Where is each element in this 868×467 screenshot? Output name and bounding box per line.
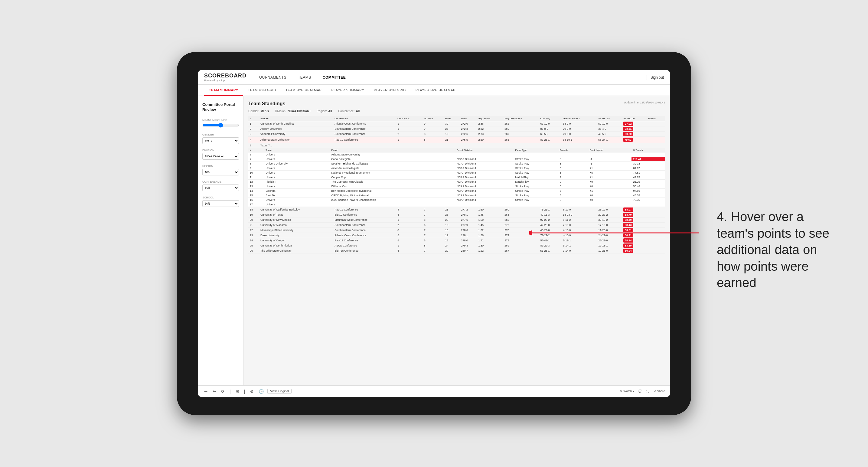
watch-button[interactable]: 👁 Watch ▾ <box>619 390 634 393</box>
table-row[interactable]: 5 Texas T... <box>248 143 665 148</box>
tab-team-h2h-heatmap[interactable]: TEAM H2H HEATMAP <box>281 85 326 96</box>
clock-icon[interactable]: 🕐 <box>257 388 265 395</box>
col-adj-score: Adj. Score <box>477 116 503 121</box>
logo-text: SCOREBOARD <box>204 72 247 79</box>
redo-icon[interactable]: ↪ <box>211 388 217 395</box>
nav-divider: | <box>646 75 648 80</box>
settings-icon[interactable]: ⚙ <box>249 388 255 395</box>
table-row[interactable]: 20University of New MexicoMountain West … <box>248 217 665 223</box>
nav-tournaments[interactable]: TOURNAMENTS <box>255 75 288 80</box>
inner-table-row[interactable]: 12Florida IThe Cypress Point ClassicNCAA… <box>248 180 665 184</box>
table-row[interactable]: 1 University of North Carolina Atlantic … <box>248 121 665 126</box>
inner-table-row[interactable]: 10UniversNational Invitational Tournamen… <box>248 170 665 175</box>
annotation-area: 4. Hover over a team's points to see add… <box>717 209 832 291</box>
bottom-bar: ↩ ↪ ⟳ | ⊞ | ⚙ 🕐 View: Original 👁 Watch ▾… <box>198 385 670 397</box>
table-row[interactable]: 19University of TexasBig 12 Conference37… <box>248 212 665 217</box>
tab-player-h2h-grid[interactable]: PLAYER H2H GRID <box>369 85 411 96</box>
points-badge[interactable]: 93.31 <box>623 127 633 131</box>
sidebar-label-division: Division <box>202 149 239 152</box>
undo-icon[interactable]: ↩ <box>203 388 209 395</box>
inner-table-header: # Team Event Event Division Event Type R… <box>248 148 665 152</box>
tab-team-h2h-grid[interactable]: TEAM H2H GRID <box>243 85 281 96</box>
logo-area: SCOREBOARD Powered by clipp <box>204 72 247 82</box>
gender-select[interactable]: Men's <box>202 137 239 144</box>
col-wins: Wins <box>460 116 477 121</box>
inner-table-row[interactable]: 9UniversAmer An IntercollegiateNCAA Divi… <box>248 166 665 170</box>
sidebar-section-school: School (All) <box>202 196 239 207</box>
col-rnds: Rnds <box>444 116 460 121</box>
region-select[interactable]: N/A <box>202 169 239 176</box>
tab-player-h2h-heatmap[interactable]: PLAYER H2H HEATMAP <box>411 85 460 96</box>
filter-gender: Gender: Men's <box>248 110 269 113</box>
inner-table-row[interactable]: 11UniversCopper CupNCAA Division IMatch … <box>248 175 665 180</box>
points-badge[interactable]: 88.70 <box>623 213 633 217</box>
nav-bar: SCOREBOARD Powered by clipp TOURNAMENTS … <box>198 70 670 85</box>
sidebar-title: Committee Portal Review <box>202 102 239 113</box>
annotation-text: 4. Hover over a team's points to see add… <box>717 209 832 291</box>
table-row[interactable]: 3 Vanderbilt University Southeastern Con… <box>248 131 665 137</box>
col-avg-low: Avg Low Score <box>503 116 539 121</box>
share-button[interactable]: ↗ Share <box>654 390 665 393</box>
col-vs25: Vs Top 25 <box>597 116 622 121</box>
share-icon: ↗ <box>654 390 656 393</box>
eye-icon: 👁 <box>619 390 622 393</box>
points-badge[interactable]: 83.89 <box>623 244 633 248</box>
report-header: Team Standings Update time: 13/03/2024 1… <box>248 101 665 106</box>
table-row-highlighted[interactable]: 4 Arizona State University Pac-12 Confer… <box>248 137 665 143</box>
points-badge[interactable]: 88.49 <box>623 218 633 222</box>
separator-icon: | <box>228 388 232 395</box>
sidebar-label-conference: Conference <box>202 180 239 183</box>
comment-button[interactable]: 💬 <box>639 390 642 393</box>
table-header-row: # School Conference Conf Rank No Tour Rn… <box>248 116 665 121</box>
inner-table-row[interactable]: 8Univers UniversitySouthern Highlands Co… <box>248 161 665 166</box>
inner-table-row[interactable]: 13UniversWilliams CupNCAA Division IStro… <box>248 184 665 189</box>
tab-player-summary[interactable]: PLAYER SUMMARY <box>326 85 369 96</box>
separator2-icon: | <box>243 388 247 395</box>
nav-committee[interactable]: COMMITTEE <box>321 75 347 80</box>
points-badge[interactable]: 80.94 <box>623 249 633 253</box>
school-select[interactable]: (All) <box>202 200 239 207</box>
conference-select[interactable]: (All) <box>202 185 239 191</box>
sidebar-section-region: Region N/A <box>202 164 239 176</box>
table-row[interactable]: 25University of North FloridaASUN Confer… <box>248 243 665 248</box>
nav-links: TOURNAMENTS TEAMS COMMITTEE <box>255 75 643 80</box>
sidebar-section-conference: Conference (All) <box>202 180 239 191</box>
points-badge-highlighted[interactable]: 79.50 <box>623 137 633 142</box>
bottom-left-controls: ↩ ↪ ⟳ | ⊞ | ⚙ 🕐 View: Original <box>203 388 291 395</box>
filter-row: Gender: Men's Division: NCAA Division I … <box>248 110 665 113</box>
division-select[interactable]: NCAA Division I <box>202 153 239 160</box>
col-low-avg: Low Avg <box>539 116 561 121</box>
refresh-icon[interactable]: ⟳ <box>220 388 226 395</box>
table-row[interactable]: 2 Auburn University Southeastern Confere… <box>248 126 665 131</box>
view-original-button[interactable]: View: Original <box>267 389 291 394</box>
points-badge[interactable]: 88.07 <box>623 208 633 212</box>
sidebar-label-school: School <box>202 196 239 199</box>
inner-table-row[interactable]: 6UniversArizona State University <box>248 152 665 157</box>
col-school: School <box>259 116 333 121</box>
sidebar-section-division: Division NCAA Division I <box>202 149 239 160</box>
sidebar: Committee Portal Review Minimum Rounds G… <box>198 96 244 385</box>
sidebar-section-gender: Gender Men's <box>202 133 239 144</box>
col-no-tour: No Tour <box>423 116 444 121</box>
filter-division: Division: NCAA Division I <box>275 110 311 113</box>
sidebar-label-region: Region <box>202 164 239 167</box>
nav-teams[interactable]: TEAMS <box>297 75 312 80</box>
min-rounds-slider[interactable] <box>202 123 239 128</box>
inner-table-row[interactable]: 17Univers <box>248 203 665 207</box>
points-badge[interactable]: 97.02 <box>623 122 633 126</box>
inner-table-row[interactable]: 15East TerOFCC Fighting Illini Invitatio… <box>248 193 665 198</box>
col-rank: # <box>248 116 259 121</box>
col-conference: Conference <box>333 116 396 121</box>
table-row[interactable]: 18University of California, BerkeleyPac-… <box>248 207 665 212</box>
expand-button[interactable]: ⛶ <box>646 390 649 393</box>
inner-table-row[interactable]: 7UniversCabo CollegiateNCAA Division ISt… <box>248 157 665 161</box>
inner-table-row[interactable]: 16Univers2023 Sahalee Players Championsh… <box>248 198 665 203</box>
col-conf-rank: Conf Rank <box>396 116 423 121</box>
copy-icon[interactable]: ⊞ <box>235 388 241 395</box>
tab-team-summary[interactable]: TEAM SUMMARY <box>204 85 243 96</box>
table-row[interactable]: 26The Ohio State UniversityBig Ten Confe… <box>248 248 665 253</box>
points-badge[interactable]: 90.20 <box>623 132 633 136</box>
sign-out-link[interactable]: Sign out <box>651 75 664 80</box>
inner-table-row[interactable]: 14GeorgiaBen Hogan Collegiate Invitation… <box>248 189 665 193</box>
tab-bar: TEAM SUMMARY TEAM H2H GRID TEAM H2H HEAT… <box>198 85 670 96</box>
